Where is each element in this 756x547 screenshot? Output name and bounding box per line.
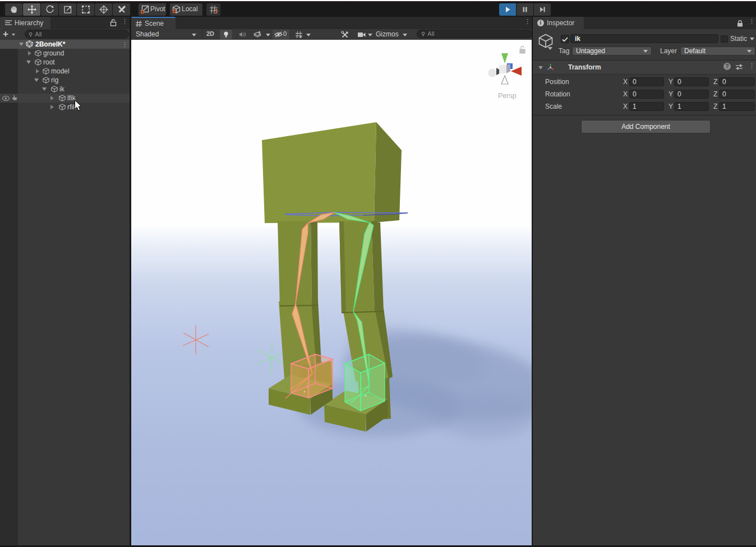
svg-text:Persp: Persp bbox=[498, 92, 517, 100]
